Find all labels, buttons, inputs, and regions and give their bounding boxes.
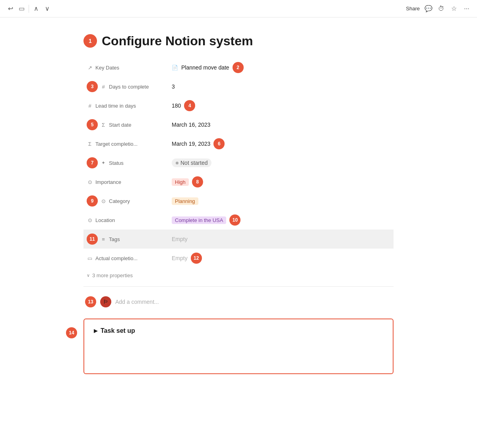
calendar-icon: ▭ <box>87 255 93 261</box>
circle-dot-icon-2: ⊙ <box>100 198 107 204</box>
task-section-wrapper: 14 ▶ Task set up <box>83 319 394 374</box>
category-badge: Planning <box>172 197 198 205</box>
prop-row-tags: 11 ≡ Tags Empty <box>83 230 394 249</box>
page-icon[interactable]: ▭ <box>17 5 25 13</box>
status-icon: ✦ <box>100 160 107 166</box>
hash-icon-1: # <box>100 84 107 90</box>
prop-row-key-dates: ↗ Key Dates 📄 Planned move date 2 <box>83 58 394 77</box>
list-icon: ≡ <box>100 236 107 242</box>
star-icon[interactable]: ☆ <box>450 5 458 13</box>
share-button[interactable]: Share <box>406 6 420 12</box>
prop-value-importance[interactable]: High 8 <box>167 172 394 191</box>
location-badge: Complete in the USA <box>172 216 226 224</box>
sigma-icon-2: Σ <box>87 141 93 147</box>
prop-value-start-date[interactable]: March 16, 2023 <box>167 115 394 134</box>
undo-icon[interactable]: ↩ <box>6 5 14 13</box>
down-icon[interactable]: ∨ <box>43 5 51 13</box>
badge-5: 5 <box>87 119 98 130</box>
prop-value-lead-time[interactable]: 180 4 <box>167 96 394 115</box>
comment-icon[interactable]: 💬 <box>425 5 432 13</box>
prop-label-tags[interactable]: 11 ≡ Tags <box>83 230 167 249</box>
prop-value-target-completion[interactable]: March 19, 2023 6 <box>167 134 394 153</box>
doc-icon: 📄 <box>172 65 178 71</box>
prop-row-status: 7 ✦ Status Not started <box>83 153 394 172</box>
page-container: 1 Configure Notion system ↗ Key Dates 📄 … <box>60 17 417 398</box>
task-section[interactable]: ▶ Task set up <box>83 319 394 374</box>
status-badge: Not started <box>172 158 211 167</box>
prop-row-category: 9 ⊙ Category Planning <box>83 191 394 210</box>
user-avatar: 🏳 <box>100 296 111 307</box>
prop-value-key-dates[interactable]: 📄 Planned move date 2 <box>167 58 394 77</box>
prop-row-start-date: 5 Σ Start date March 16, 2023 <box>83 115 394 134</box>
up-icon[interactable]: ∧ <box>32 5 40 13</box>
badge-9: 9 <box>87 195 98 207</box>
prop-label-target-completion[interactable]: Σ Target completio... <box>83 134 167 153</box>
more-icon[interactable]: ··· <box>463 5 471 13</box>
badge-13: 13 <box>85 296 96 307</box>
chevron-down-icon: ∨ <box>87 273 90 278</box>
badge-8: 8 <box>192 176 203 187</box>
badge-4: 4 <box>184 100 195 111</box>
badge-3: 3 <box>87 81 98 92</box>
toolbar-divider <box>29 5 29 13</box>
sigma-icon-1: Σ <box>100 122 107 128</box>
prop-label-importance[interactable]: ⊙ Importance <box>83 172 167 191</box>
more-properties[interactable]: ∨ 3 more properties <box>83 271 394 280</box>
prop-label-status[interactable]: 7 ✦ Status <box>83 153 167 172</box>
badge-14: 14 <box>66 327 77 338</box>
prop-row-days-complete: 3 # Days to complete 3 <box>83 77 394 96</box>
circle-dot-icon-1: ⊙ <box>87 179 93 185</box>
comment-input[interactable]: Add a comment... <box>115 299 159 305</box>
comment-row: 13 🏳 Add a comment... <box>83 293 394 311</box>
badge-1: 1 <box>83 34 97 48</box>
prop-label-lead-time[interactable]: # Lead time in days <box>83 96 167 115</box>
arrow-ne-icon: ↗ <box>87 65 93 71</box>
badge-2: 2 <box>233 62 244 73</box>
importance-badge: High <box>172 178 189 186</box>
badge-6: 6 <box>213 138 225 149</box>
content-divider <box>83 286 394 287</box>
prop-value-category[interactable]: Planning <box>167 191 394 210</box>
title-row: 1 Configure Notion system <box>83 33 394 48</box>
properties-table: ↗ Key Dates 📄 Planned move date 2 <box>83 58 394 268</box>
prop-label-start-date[interactable]: 5 Σ Start date <box>83 115 167 134</box>
badge-12: 12 <box>191 253 202 264</box>
toolbar-left: ↩ ▭ ∧ ∨ <box>6 5 51 13</box>
prop-value-tags[interactable]: Empty <box>167 230 394 249</box>
triangle-right-icon: ▶ <box>94 328 97 334</box>
status-dot <box>176 162 178 164</box>
badge-7: 7 <box>87 157 98 168</box>
history-icon[interactable]: ⏱ <box>437 5 445 13</box>
page-title[interactable]: Configure Notion system <box>102 33 253 48</box>
toolbar-right: Share 💬 ⏱ ☆ ··· <box>406 5 471 13</box>
circle-dot-icon-3: ⊙ <box>87 217 93 223</box>
prop-value-actual-completion[interactable]: Empty 12 <box>167 249 394 268</box>
prop-row-location: ⊙ Location Complete in the USA 10 <box>83 210 394 230</box>
prop-row-target-completion: Σ Target completio... March 19, 2023 6 <box>83 134 394 153</box>
prop-row-actual-completion: ▭ Actual completio... Empty 12 <box>83 249 394 268</box>
prop-value-location[interactable]: Complete in the USA 10 <box>167 210 394 230</box>
toolbar: ↩ ▭ ∧ ∨ Share 💬 ⏱ ☆ ··· <box>0 0 477 17</box>
prop-label-actual-completion[interactable]: ▭ Actual completio... <box>83 249 167 268</box>
prop-row-lead-time: # Lead time in days 180 4 <box>83 96 394 115</box>
task-title: Task set up <box>101 327 135 334</box>
prop-label-days-complete[interactable]: 3 # Days to complete <box>83 77 167 96</box>
prop-label-location[interactable]: ⊙ Location <box>83 210 167 230</box>
badge-10: 10 <box>229 214 240 226</box>
badge-11: 11 <box>87 234 98 245</box>
prop-row-importance: ⊙ Importance High 8 <box>83 172 394 191</box>
hash-icon-2: # <box>87 103 93 109</box>
prop-label-category[interactable]: 9 ⊙ Category <box>83 191 167 210</box>
prop-value-days-complete[interactable]: 3 <box>167 77 394 96</box>
prop-label-key-dates[interactable]: ↗ Key Dates <box>83 58 167 77</box>
task-header: ▶ Task set up <box>94 327 383 334</box>
prop-value-status[interactable]: Not started <box>167 153 394 172</box>
